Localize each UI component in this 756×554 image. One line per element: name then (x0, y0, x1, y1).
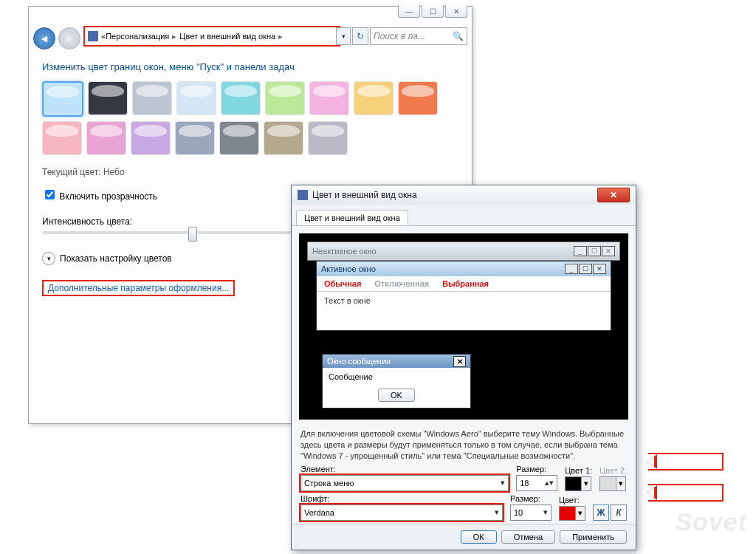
search-placeholder: Поиск в па... (374, 31, 425, 41)
intensity-slider[interactable] (42, 231, 308, 234)
color2-label: Цвет 2: (599, 466, 627, 475)
transparency-checkbox[interactable] (45, 190, 55, 199)
preview-active-title: Активное окно (321, 264, 376, 273)
swatch-gold[interactable] (354, 81, 394, 115)
apply-button[interactable]: Применить (560, 530, 627, 544)
color1-picker[interactable]: ▾ (565, 476, 591, 491)
element-combo[interactable]: Строка меню▾ (300, 475, 509, 491)
preview-msg-ok[interactable]: OK (378, 389, 415, 402)
font-color-label: Цвет: (559, 496, 585, 505)
size1-label: Размер: (516, 465, 557, 473)
annotation-arrow-2 (648, 484, 724, 502)
preview-window-text: Текст в окне (317, 292, 611, 330)
swatch-orange[interactable] (398, 81, 438, 115)
forward-button[interactable]: ► (58, 27, 80, 49)
dialog-button-row: ОК Отмена Применить (292, 524, 636, 550)
preview-msg-title: Окно сообщения (327, 357, 391, 366)
element-label: Элемент: (300, 465, 509, 473)
chevron-down-icon: ▾ (501, 478, 505, 488)
size1-spinner[interactable]: 18▴▾ (516, 475, 557, 491)
italic-button[interactable]: К (611, 505, 627, 521)
dialog-description: Для включения цветовой схемы "Windows Ae… (292, 427, 636, 465)
chevron-right-icon: ▸ (172, 32, 176, 41)
dialog-icon (298, 190, 308, 200)
element-value: Строка меню (304, 479, 354, 488)
current-color-value: Небо (103, 167, 125, 177)
search-icon[interactable]: 🔍 (453, 31, 464, 41)
close-button[interactable]: ✕ (445, 5, 467, 18)
color-swatches (42, 81, 458, 117)
dialog-close-button[interactable]: ✕ (597, 188, 630, 202)
size2-value: 10 (514, 508, 523, 517)
font-color-picker[interactable]: ▾ (559, 506, 585, 521)
swatch-teal[interactable] (221, 81, 261, 115)
swatch-lavender[interactable] (131, 121, 171, 155)
current-color-row: Текущий цвет: Небо (42, 167, 458, 177)
swatch-rose[interactable] (42, 121, 82, 155)
control-panel-icon (88, 31, 98, 41)
preview-msg-close[interactable]: ✕ (453, 356, 466, 367)
swatch-sand[interactable] (264, 121, 303, 155)
search-input[interactable]: Поиск в па... 🔍 (370, 27, 467, 45)
color2-picker: ▾ (599, 476, 626, 491)
preview-menu-normal[interactable]: Обычная (324, 279, 361, 288)
breadcrumb[interactable]: « Персонализация ▸ Цвет и внешний вид ок… (83, 26, 340, 47)
breadcrumb-level-1[interactable]: Персонализация (106, 32, 169, 41)
nav-back-forward: ◄ ► (33, 27, 80, 49)
font-row: Шрифт: Verdana▾ Размер: 10▾ Цвет: ▾ Ж К (292, 494, 636, 524)
minimize-button[interactable]: — (398, 5, 420, 18)
font-combo[interactable]: Verdana▾ (300, 505, 503, 521)
tab-color-appearance[interactable]: Цвет и внешний вид окна (296, 210, 408, 225)
maximize-button[interactable]: ☐ (422, 5, 444, 18)
size1-value: 18 (520, 479, 529, 488)
swatch-pink[interactable] (309, 81, 349, 115)
preview-inactive-title: Неактивное окно (312, 247, 377, 256)
current-color-label: Текущий цвет: (42, 167, 101, 177)
size2-combo[interactable]: 10▾ (510, 505, 551, 521)
swatch-lightblue[interactable] (176, 81, 216, 115)
advanced-appearance-dialog: Цвет и внешний вид окна ✕ Цвет и внешний… (291, 185, 636, 550)
show-color-mixer-label: Показать настройку цветов (60, 253, 172, 264)
breadcrumb-history-dropdown[interactable]: ▾ (336, 27, 351, 45)
preview-inactive-window[interactable]: Неактивное окно _☐✕ (307, 242, 620, 261)
bold-button[interactable]: Ж (593, 505, 609, 521)
preview-menu-disabled: Отключенная (374, 279, 429, 288)
ok-button[interactable]: ОК (461, 530, 497, 544)
window-caption-buttons: — ☐ ✕ (398, 5, 467, 18)
page-title: Изменить цвет границ окон, меню "Пуск" и… (42, 61, 458, 72)
font-label: Шрифт: (300, 494, 503, 503)
swatch-sky[interactable] (42, 81, 83, 117)
dialog-title: Цвет и внешний вид окна (312, 190, 417, 200)
back-button[interactable]: ◄ (33, 27, 55, 49)
transparency-label: Включить прозрачность (59, 191, 157, 202)
breadcrumb-level-2: Цвет и внешний вид окна (179, 32, 275, 41)
color-swatches-row-2 (42, 121, 458, 155)
advanced-appearance-link[interactable]: Дополнительные параметры оформления... (48, 283, 229, 293)
chevron-right-icon: ▸ (278, 32, 283, 41)
element-row: Элемент: Строка меню▾ Размер: 18▴▾ Цвет … (292, 465, 636, 494)
font-value: Verdana (304, 508, 334, 517)
swatch-silver[interactable] (132, 81, 172, 115)
color1-label: Цвет 1: (565, 466, 592, 475)
chevron-down-icon: ▾ (42, 252, 55, 265)
dialog-titlebar[interactable]: Цвет и внешний вид окна ✕ (292, 185, 636, 205)
swatch-grey[interactable] (219, 121, 259, 155)
chevron-down-icon: ▾ (495, 507, 499, 517)
annotation-arrow-1 (648, 453, 724, 471)
preview-msg-body: Сообщение (323, 368, 470, 386)
swatch-slate[interactable] (175, 121, 215, 155)
size2-label: Размер: (510, 494, 551, 503)
cancel-button[interactable]: Отмена (501, 530, 555, 544)
preview-message-box[interactable]: Окно сообщения ✕ Сообщение OK (322, 354, 471, 408)
preview-menu-row: Обычная Отключенная Выбранная (317, 276, 611, 292)
preview-menu-selected[interactable]: Выбранная (442, 279, 489, 288)
swatch-lilac[interactable] (308, 121, 348, 155)
slider-thumb[interactable] (188, 227, 197, 242)
preview-pane: Неактивное окно _☐✕ Активное окно _☐✕ Об… (299, 233, 628, 420)
refresh-button[interactable]: ↻ (352, 27, 368, 45)
swatch-graphite[interactable] (88, 81, 128, 115)
swatch-green[interactable] (265, 81, 305, 115)
preview-active-window[interactable]: Активное окно _☐✕ Обычная Отключенная Вы… (316, 261, 611, 331)
swatch-magenta[interactable] (86, 121, 126, 155)
watermark: Sovet (675, 507, 747, 536)
